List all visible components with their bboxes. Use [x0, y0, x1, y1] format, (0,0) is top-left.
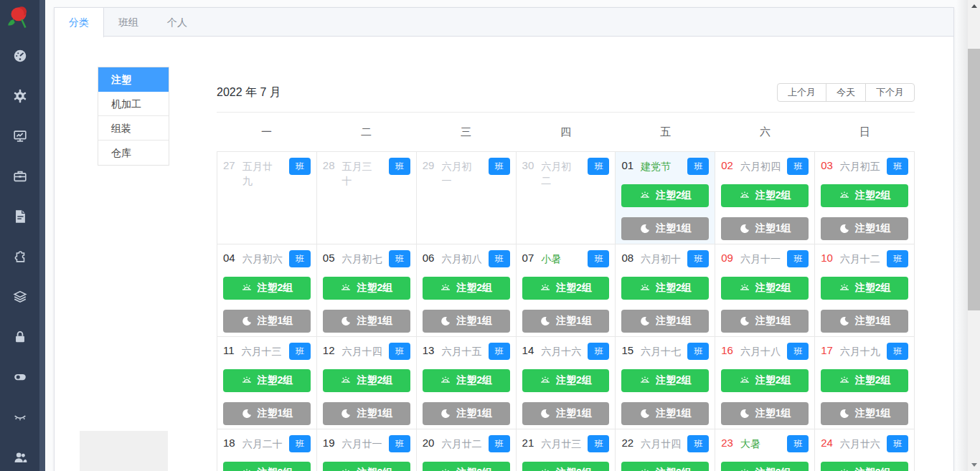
shift-badge-button[interactable]: 班 — [787, 250, 809, 267]
shift-badge-button[interactable]: 班 — [489, 250, 510, 267]
day-shift-button[interactable]: 注塑2组 — [223, 277, 311, 300]
night-shift-button[interactable]: 注塑1组 — [621, 217, 709, 240]
calendar-day-cell[interactable]: 18六月二十班注塑2组注塑1组 — [217, 429, 317, 471]
calendar-day-cell[interactable]: 22六月廿四班注塑2组注塑1组 — [616, 429, 715, 471]
day-shift-button[interactable]: 注塑2组 — [821, 369, 908, 392]
day-shift-button[interactable]: 注塑2组 — [721, 277, 809, 300]
day-shift-button[interactable]: 注塑2组 — [423, 369, 510, 392]
day-shift-button[interactable]: 注塑2组 — [522, 462, 610, 471]
day-shift-button[interactable]: 注塑2组 — [721, 184, 809, 207]
shift-badge-button[interactable]: 班 — [489, 158, 510, 175]
layers-icon[interactable] — [11, 288, 29, 305]
monitor-chart-icon[interactable] — [11, 128, 29, 145]
shift-badge-button[interactable]: 班 — [289, 343, 311, 360]
shift-badge-button[interactable]: 班 — [787, 158, 809, 175]
night-shift-button[interactable]: 注塑1组 — [423, 310, 510, 333]
calendar-day-cell[interactable]: 14六月十六班注塑2组注塑1组 — [517, 337, 616, 429]
night-shift-button[interactable]: 注塑1组 — [423, 402, 510, 425]
dashboard-icon[interactable] — [11, 47, 29, 65]
calendar-day-cell[interactable]: 09六月十一班注塑2组注塑1组 — [715, 244, 815, 337]
calendar-day-cell[interactable]: 30六月初二班 — [517, 152, 616, 244]
day-shift-button[interactable]: 注塑2组 — [621, 369, 709, 392]
briefcase-icon[interactable] — [11, 168, 29, 185]
shift-badge-button[interactable]: 班 — [389, 250, 410, 267]
day-shift-button[interactable]: 注塑2组 — [323, 462, 410, 471]
calendar-day-cell[interactable]: 27五月廿九班 — [217, 152, 317, 244]
day-shift-button[interactable]: 注塑2组 — [423, 462, 510, 471]
scroll-down-arrow[interactable] — [968, 459, 980, 471]
calendar-day-cell[interactable]: 06六月初八班注塑2组注塑1组 — [417, 244, 517, 337]
toggle-icon[interactable] — [11, 368, 29, 386]
day-shift-button[interactable]: 注塑2组 — [323, 369, 410, 392]
night-shift-button[interactable]: 注塑1组 — [223, 402, 311, 425]
calendar-day-cell[interactable]: 17六月十九班注塑2组注塑1组 — [815, 337, 915, 429]
calendar-day-cell[interactable]: 02六月初四班注塑2组注塑1组 — [715, 152, 815, 244]
today-button[interactable]: 今天 — [826, 83, 866, 102]
calendar-day-cell[interactable]: 21六月廿三班注塑2组注塑1组 — [517, 429, 616, 471]
shift-badge-button[interactable]: 班 — [588, 435, 609, 452]
day-shift-button[interactable]: 注塑2组 — [621, 184, 709, 207]
night-shift-button[interactable]: 注塑1组 — [621, 310, 709, 333]
night-shift-button[interactable]: 注塑1组 — [522, 402, 610, 425]
night-shift-button[interactable]: 注塑1组 — [223, 310, 311, 333]
shift-badge-button[interactable]: 班 — [887, 250, 908, 267]
calendar-day-cell[interactable]: 28五月三十班 — [317, 152, 417, 244]
tab-personal[interactable]: 个人 — [153, 8, 202, 37]
tab-team[interactable]: 班组 — [104, 8, 153, 37]
shift-badge-button[interactable]: 班 — [887, 158, 908, 175]
night-shift-button[interactable]: 注塑1组 — [721, 310, 809, 333]
day-shift-button[interactable]: 注塑2组 — [621, 277, 709, 300]
shift-badge-button[interactable]: 班 — [887, 343, 908, 360]
shift-badge-button[interactable]: 班 — [588, 158, 609, 175]
day-shift-button[interactable]: 注塑2组 — [721, 462, 809, 471]
shift-badge-button[interactable]: 班 — [588, 250, 609, 267]
day-shift-button[interactable]: 注塑2组 — [423, 277, 510, 300]
day-shift-button[interactable]: 注塑2组 — [621, 462, 709, 471]
day-shift-button[interactable]: 注塑2组 — [522, 277, 610, 300]
calendar-day-cell[interactable]: 23大暑班注塑2组注塑1组 — [715, 429, 815, 471]
shift-badge-button[interactable]: 班 — [887, 435, 908, 452]
day-shift-button[interactable]: 注塑2组 — [821, 184, 908, 207]
calendar-day-cell[interactable]: 04六月初六班注塑2组注塑1组 — [217, 244, 317, 337]
night-shift-button[interactable]: 注塑1组 — [323, 402, 410, 425]
calendar-day-cell[interactable]: 20六月廿二班注塑2组注塑1组 — [417, 429, 517, 471]
calendar-day-cell[interactable]: 10六月十二班注塑2组注塑1组 — [815, 244, 915, 337]
shift-badge-button[interactable]: 班 — [687, 343, 709, 360]
prev-month-button[interactable]: 上个月 — [777, 83, 826, 102]
night-shift-button[interactable]: 注塑1组 — [821, 310, 908, 333]
page-scrollbar[interactable] — [968, 0, 980, 471]
day-shift-button[interactable]: 注塑2组 — [721, 369, 809, 392]
calendar-day-cell[interactable]: 11六月十三班注塑2组注塑1组 — [217, 337, 317, 429]
shift-badge-button[interactable]: 班 — [687, 250, 709, 267]
menu-item-warehouse[interactable]: 仓库 — [98, 141, 169, 165]
next-month-button[interactable]: 下个月 — [865, 83, 915, 102]
scrollbar-thumb[interactable] — [968, 49, 980, 310]
night-shift-button[interactable]: 注塑1组 — [821, 402, 908, 425]
night-shift-button[interactable]: 注塑1组 — [323, 310, 410, 333]
scroll-up-arrow[interactable] — [968, 0, 980, 12]
calendar-day-cell[interactable]: 03六月初五班注塑2组注塑1组 — [815, 152, 915, 244]
sidebar-scrollbar[interactable] — [39, 0, 45, 471]
tab-category[interactable]: 分类 — [55, 8, 104, 37]
shift-badge-button[interactable]: 班 — [787, 343, 809, 360]
menu-item-injection-molding[interactable]: 注塑 — [98, 67, 169, 92]
day-shift-button[interactable]: 注塑2组 — [223, 369, 311, 392]
calendar-day-cell[interactable]: 13六月十五班注塑2组注塑1组 — [417, 337, 517, 429]
menu-item-assembly[interactable]: 组装 — [98, 116, 169, 141]
day-shift-button[interactable]: 注塑2组 — [821, 462, 908, 471]
calendar-day-cell[interactable]: 12六月十四班注塑2组注塑1组 — [317, 337, 417, 429]
day-shift-button[interactable]: 注塑2组 — [522, 369, 610, 392]
shift-badge-button[interactable]: 班 — [489, 343, 510, 360]
settings-icon[interactable] — [11, 87, 29, 105]
calendar-day-cell[interactable]: 15六月十七班注塑2组注塑1组 — [616, 337, 715, 429]
users-icon[interactable] — [11, 449, 29, 466]
night-shift-button[interactable]: 注塑1组 — [721, 217, 809, 240]
shift-badge-button[interactable]: 班 — [389, 435, 410, 452]
shift-badge-button[interactable]: 班 — [687, 435, 709, 452]
calendar-day-cell[interactable]: 16六月十八班注塑2组注塑1组 — [715, 337, 815, 429]
calendar-day-cell[interactable]: 05六月初七班注塑2组注塑1组 — [317, 244, 417, 337]
shift-badge-button[interactable]: 班 — [489, 435, 510, 452]
night-shift-button[interactable]: 注塑1组 — [522, 310, 610, 333]
shift-badge-button[interactable]: 班 — [787, 435, 809, 452]
app-logo[interactable] — [4, 4, 34, 34]
